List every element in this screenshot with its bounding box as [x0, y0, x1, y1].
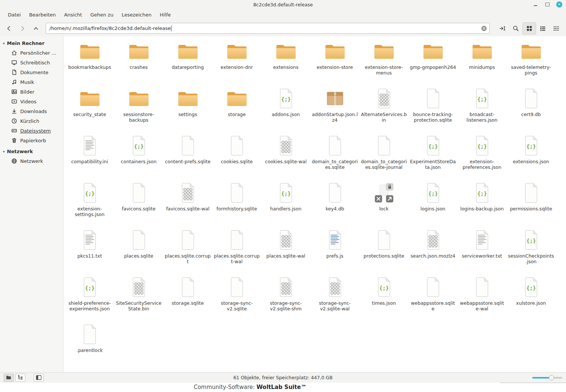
file-item[interactable]: domain_to_categories.sqlite-journal	[359, 132, 408, 179]
back-button[interactable]	[2, 22, 16, 34]
file-item[interactable]: favicons.sqlite-wal	[163, 179, 212, 227]
expander-icon[interactable]: ▾	[3, 42, 5, 45]
menu-datei[interactable]: Datei	[4, 10, 25, 19]
file-item[interactable]: cert9.db	[506, 85, 556, 132]
file-item[interactable]: AlternateServices.bin	[359, 85, 408, 132]
file-item[interactable]: gmp-gmpopenh264	[408, 38, 457, 85]
file-item[interactable]: key4.db	[310, 179, 359, 227]
sidebar-item-netzwerk[interactable]: Netzwerk	[0, 156, 63, 166]
file-item[interactable]: .parentlock	[65, 321, 114, 368]
file-item[interactable]: storage-sync-v2.sqlite-wal	[310, 274, 359, 321]
file-item[interactable]: places.sqlite-wal	[261, 227, 310, 274]
file-item[interactable]: pkcs11.txt	[65, 227, 114, 274]
sidebar-item-dokumente[interactable]: Dokumente	[0, 67, 63, 77]
file-item[interactable]: extensions	[261, 38, 310, 85]
forward-button[interactable]	[16, 22, 29, 34]
file-item[interactable]: extension-dnr	[212, 38, 261, 85]
location-entry[interactable]: /home/n/.mozilla/firefox/8c2cde3d.defaul…	[46, 23, 490, 34]
file-item[interactable]: cookies.sqlite-wal	[261, 132, 310, 179]
file-item[interactable]: sessionstore-backups	[114, 85, 163, 132]
file-item[interactable]: storage-sync-v2.sqlite	[212, 274, 261, 321]
file-item[interactable]: bounce-tracking-protection.sqlite	[408, 85, 457, 132]
file-item[interactable]: extension-store-menus	[359, 38, 408, 85]
minimize-button[interactable]	[532, 1, 538, 7]
file-item[interactable]: datareporting	[163, 38, 212, 85]
sidebar-section-mein-rechner[interactable]: ▾Mein Rechner	[0, 39, 63, 48]
menu-ansicht[interactable]: Ansicht	[60, 10, 86, 19]
sidebar-item-videos[interactable]: Videos	[0, 97, 63, 106]
sidebar-item-downloads[interactable]: Downloads	[0, 106, 63, 116]
file-item[interactable]: saved-telemetry-pings	[506, 38, 556, 85]
file-item[interactable]: lock	[359, 179, 408, 227]
file-item[interactable]: domain_to_categories.sqlite	[310, 132, 359, 179]
menu-hilfe[interactable]: Hilfe	[156, 10, 175, 19]
file-item[interactable]: {;}extensions.json	[506, 132, 556, 179]
compact-view-button[interactable]	[550, 22, 563, 34]
file-item[interactable]: {;}xulstore.json	[506, 274, 556, 321]
toggle-sidebar-button[interactable]	[34, 374, 44, 382]
sidebar-item-musik[interactable]: Musik	[0, 77, 63, 87]
clear-entry-icon[interactable]	[481, 25, 487, 31]
file-item[interactable]: storage.sqlite	[163, 274, 212, 321]
sidebar-item-schreibtisch[interactable]: Schreibtisch	[0, 58, 63, 67]
file-item[interactable]: minidumps	[457, 38, 506, 85]
sidebar-item-persönlicher[interactable]: Persönlicher ...	[0, 48, 63, 58]
treeview-toggle-button[interactable]	[15, 374, 25, 382]
expander-icon[interactable]: ▾	[3, 150, 5, 154]
file-item[interactable]: places.sqlite.corrupt-wal	[212, 227, 261, 274]
grid-view-button[interactable]	[523, 22, 536, 34]
file-item[interactable]: addonStartup.json.lz4	[310, 85, 359, 132]
close-button[interactable]: ✕	[556, 1, 562, 7]
file-item[interactable]: settings	[163, 85, 212, 132]
file-item[interactable]: SiteSecurityServiceState.bin	[114, 274, 163, 321]
file-item[interactable]: serviceworker.txt	[457, 227, 506, 274]
file-item[interactable]: storage-sync-v2.sqlite-shm	[261, 274, 310, 321]
file-item[interactable]: compatibility.ini	[65, 132, 114, 179]
up-button[interactable]	[29, 22, 43, 34]
search-button[interactable]	[509, 22, 523, 34]
sidebar-section-netzwerk[interactable]: ▾Netzwerk	[0, 147, 63, 156]
file-item[interactable]: formhistory.sqlite	[212, 179, 261, 227]
sidebar-item-bilder[interactable]: Bilder	[0, 87, 63, 97]
file-item[interactable]: places.sqlite.corrupt	[163, 227, 212, 274]
file-item[interactable]: protections.sqlite	[359, 227, 408, 274]
file-item[interactable]: webappsstore.sqlite-wal	[457, 274, 506, 321]
file-item[interactable]: crashes	[114, 38, 163, 85]
file-item[interactable]: extension-store	[310, 38, 359, 85]
file-item[interactable]: {;}ExperimentStoreData.json	[408, 132, 457, 179]
titlebar[interactable]: 8c2cde3d.default-release ✕	[0, 0, 566, 9]
file-item[interactable]: bookmarkbackups	[65, 38, 114, 85]
file-item[interactable]: search.json.mozlz4	[408, 227, 457, 274]
toggle-location-entry-button[interactable]	[496, 22, 509, 34]
zoom-handle[interactable]	[549, 375, 554, 380]
file-item[interactable]: {;}addons.json	[261, 85, 310, 132]
file-item[interactable]: {;}handlers.json	[261, 179, 310, 227]
sidebar-item-papierkorb[interactable]: Papierkorb	[0, 136, 63, 145]
file-item[interactable]: {;}times.json	[359, 274, 408, 321]
maximize-button[interactable]	[544, 1, 550, 7]
zoom-slider[interactable]	[532, 374, 562, 382]
file-item[interactable]: {;}logins-backup.json	[457, 179, 506, 227]
list-view-button[interactable]	[536, 22, 550, 34]
file-item[interactable]: prefs.js	[310, 227, 359, 274]
file-item[interactable]: favicons.sqlite	[114, 179, 163, 227]
file-item[interactable]: {;}sessionCheckpoints.json	[506, 227, 556, 274]
places-toggle-button[interactable]	[4, 374, 14, 382]
file-item[interactable]: {;}logins.json	[408, 179, 457, 227]
menu-gehen-zu[interactable]: Gehen zu	[86, 10, 118, 19]
file-item[interactable]: {;}containers.json	[114, 132, 163, 179]
file-item[interactable]: {;}extension-preferences.json	[457, 132, 506, 179]
file-item[interactable]: content-prefs.sqlite	[163, 132, 212, 179]
menu-bearbeiten[interactable]: Bearbeiten	[25, 10, 60, 19]
menu-lesezeichen[interactable]: Lesezeichen	[118, 10, 156, 19]
file-item[interactable]: {;}shield-preference-experiments.json	[65, 274, 114, 321]
sidebar-item-dateisystem[interactable]: Dateisystem	[0, 126, 63, 136]
file-item[interactable]: webappsstore.sqlite	[408, 274, 457, 321]
file-item[interactable]: permissions.sqlite	[506, 179, 556, 227]
file-item[interactable]: storage	[212, 85, 261, 132]
file-item[interactable]: {;}extension-settings.json	[65, 179, 114, 227]
file-item[interactable]: security_state	[65, 85, 114, 132]
file-item[interactable]: places.sqlite	[114, 227, 163, 274]
file-item[interactable]: cookies.sqlite	[212, 132, 261, 179]
file-item[interactable]: {;}broadcast-listeners.json	[457, 85, 506, 132]
